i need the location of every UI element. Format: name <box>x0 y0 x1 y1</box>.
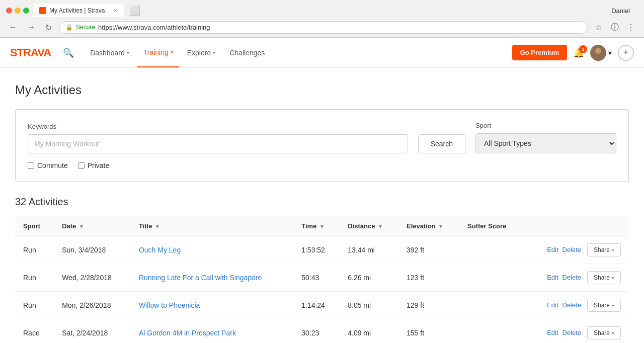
cell-actions-1: Edit Delete Share ▾ <box>524 264 629 292</box>
activities-count: 32 Activities <box>15 196 629 208</box>
share-button-1[interactable]: Share ▾ <box>587 271 621 284</box>
cell-actions-0: Edit Delete Share ▾ <box>524 236 629 264</box>
sport-select[interactable]: All Sport Types Run Ride Swim Walk Hike … <box>475 133 616 153</box>
delete-button-1[interactable]: Delete <box>562 274 582 281</box>
cell-date-3: Sat, 2/24/2018 <box>54 319 131 344</box>
cell-sport-1: Run <box>15 264 54 292</box>
activity-link-3[interactable]: Al Gordon 4M in Prospect Park <box>139 329 236 337</box>
browser-user-label: Daniel <box>607 5 634 17</box>
reload-button[interactable]: ↻ <box>42 21 55 34</box>
edit-button-1[interactable]: Edit <box>547 274 558 281</box>
cell-elevation-3: 155 ft <box>398 319 459 344</box>
top-nav: STRAVA 🔍 Dashboard ▾ Training ▾ Explore … <box>0 38 644 68</box>
notifications-button[interactable]: 🔔 3 <box>573 47 584 58</box>
edit-button-0[interactable]: Edit <box>547 246 558 253</box>
cell-date-0: Sun, 3/4/2018 <box>54 236 131 264</box>
th-suffer-score: Suffer Score <box>459 216 524 236</box>
new-tab-button[interactable]: ⬜ <box>128 5 142 17</box>
delete-button-3[interactable]: Delete <box>562 329 582 336</box>
share-button-3[interactable]: Share ▾ <box>587 326 621 339</box>
commute-checkbox[interactable] <box>28 162 34 169</box>
table-row: Race Sat, 2/24/2018 Al Gordon 4M in Pros… <box>15 319 629 344</box>
cell-title-0: Ouch My Leg <box>131 236 293 264</box>
user-avatar-wrapper[interactable]: ▾ <box>590 45 612 61</box>
address-bar[interactable]: 🔒 Secure https://www.strava.com/athlete/… <box>59 21 588 34</box>
cell-time-3: 30:23 <box>293 319 340 344</box>
cell-distance-1: 6.26 mi <box>340 264 398 292</box>
secure-label: Secure <box>76 24 95 31</box>
cell-time-2: 1:14:24 <box>293 292 340 319</box>
activities-body: Run Sun, 3/4/2018 Ouch My Leg 1:53:52 13… <box>15 236 629 344</box>
keywords-field: Keywords <box>28 123 408 153</box>
edit-button-3[interactable]: Edit <box>547 329 558 336</box>
distance-sort-icon: ▾ <box>379 223 382 229</box>
share-chevron-icon: ▾ <box>612 275 614 281</box>
browser-menu-button[interactable]: ⋮ <box>624 20 638 34</box>
cell-suffer-2 <box>459 292 524 319</box>
svg-point-1 <box>593 54 603 61</box>
cell-time-1: 50:43 <box>293 264 340 292</box>
elevation-sort-icon: ▾ <box>439 223 442 229</box>
table-row: Run Mon, 2/26/2018 Willow to Phoenicia 1… <box>15 292 629 319</box>
main-content: My Activities Keywords Search Sport All … <box>0 68 644 343</box>
filter-checkboxes: Commute Private <box>28 161 616 169</box>
explore-chevron-icon: ▾ <box>213 50 215 55</box>
premium-button[interactable]: Go Premium <box>512 45 567 60</box>
maximize-window-button[interactable] <box>23 8 29 14</box>
browser-tab[interactable]: My Activities | Strava ✕ <box>33 4 124 17</box>
back-button[interactable]: ← <box>6 21 20 34</box>
cell-actions-2: Edit Delete Share ▾ <box>524 292 629 319</box>
tab-close-button[interactable]: ✕ <box>113 8 118 14</box>
search-panel: Keywords Search Sport All Sport Types Ru… <box>15 109 629 182</box>
th-date[interactable]: Date ▾ <box>54 216 131 236</box>
tab-favicon <box>39 7 46 14</box>
nav-challenges[interactable]: Challenges <box>223 39 271 67</box>
close-window-button[interactable] <box>6 8 12 14</box>
edit-button-2[interactable]: Edit <box>547 301 558 309</box>
forward-button[interactable]: → <box>24 21 38 34</box>
add-activity-button[interactable]: + <box>618 45 634 61</box>
th-title[interactable]: Title ▾ <box>131 216 293 236</box>
browser-actions: ☆ ⓘ ⋮ <box>592 20 638 34</box>
cell-title-2: Willow to Phoenicia <box>131 292 293 319</box>
nav-explore[interactable]: Explore ▾ <box>181 39 221 67</box>
search-button[interactable]: Search <box>418 134 465 153</box>
cell-elevation-1: 123 ft <box>398 264 459 292</box>
cell-elevation-2: 129 ft <box>398 292 459 319</box>
activity-link-0[interactable]: Ouch My Leg <box>139 246 181 254</box>
url-display: https://www.strava.com/athlete/training <box>98 24 210 31</box>
user-avatar <box>590 45 606 61</box>
strava-logo[interactable]: STRAVA <box>10 46 51 59</box>
share-button-2[interactable]: Share ▾ <box>587 299 621 312</box>
th-time[interactable]: Time ▾ <box>293 216 340 236</box>
cell-date-1: Wed, 2/28/2018 <box>54 264 131 292</box>
minimize-window-button[interactable] <box>15 8 21 14</box>
bookmark-button[interactable]: ☆ <box>592 20 606 34</box>
cell-title-1: Running Late For a Call with Singapore <box>131 264 293 292</box>
table-row: Run Wed, 2/28/2018 Running Late For a Ca… <box>15 264 629 292</box>
cell-date-2: Mon, 2/26/2018 <box>54 292 131 319</box>
cell-distance-3: 4.09 mi <box>340 319 398 344</box>
th-distance[interactable]: Distance ▾ <box>340 216 398 236</box>
th-elevation[interactable]: Elevation ▾ <box>398 216 459 236</box>
cell-sport-2: Run <box>15 292 54 319</box>
keywords-input[interactable] <box>28 134 408 153</box>
cell-distance-2: 8.05 mi <box>340 292 398 319</box>
cell-distance-0: 13.44 mi <box>340 236 398 264</box>
table-header-row: Sport Date ▾ Title ▾ Time ▾ <box>15 216 629 236</box>
delete-button-0[interactable]: Delete <box>562 246 582 253</box>
commute-label: Commute <box>37 161 68 169</box>
activity-link-2[interactable]: Willow to Phoenicia <box>139 301 200 309</box>
search-icon[interactable]: 🔍 <box>61 45 76 60</box>
share-button-0[interactable]: Share ▾ <box>587 243 621 256</box>
table-row: Run Sun, 3/4/2018 Ouch My Leg 1:53:52 13… <box>15 236 629 264</box>
nav-training[interactable]: Training ▾ <box>137 38 179 67</box>
sport-label: Sport <box>475 122 616 129</box>
cell-suffer-0 <box>459 236 524 264</box>
delete-button-2[interactable]: Delete <box>562 301 582 309</box>
nav-dashboard[interactable]: Dashboard ▾ <box>84 39 135 67</box>
extensions-button[interactable]: ⓘ <box>608 20 622 34</box>
search-row: Keywords Search Sport All Sport Types Ru… <box>28 122 616 153</box>
private-checkbox[interactable] <box>78 162 85 169</box>
activity-link-1[interactable]: Running Late For a Call with Singapore <box>139 274 262 282</box>
